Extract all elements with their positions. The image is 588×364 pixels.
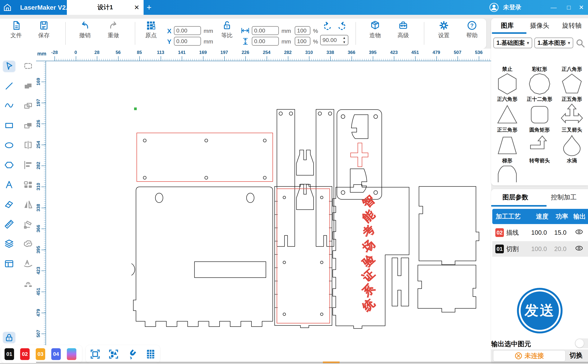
tab-rotary-axis[interactable]: 旋转轴: [556, 21, 588, 30]
connection-status-box[interactable]: 未连接: [493, 350, 566, 362]
polygon-tool[interactable]: [3, 160, 15, 170]
advanced-button[interactable]: 高级: [393, 20, 414, 39]
shape-item-rounded-rect[interactable]: 圆角矩形: [523, 103, 556, 133]
height-percent-input[interactable]: [295, 37, 310, 46]
frame-select-icon[interactable]: [90, 349, 100, 359]
ruler-tool[interactable]: [3, 219, 15, 230]
tab-machine-control[interactable]: 控制加工: [540, 193, 588, 202]
intersect-tool[interactable]: [22, 100, 34, 111]
height-input[interactable]: [252, 37, 279, 46]
cross-panel[interactable]: [337, 110, 382, 199]
layer-row-描线[interactable]: 02描线100.015.0: [492, 225, 588, 240]
eraser-tool[interactable]: [3, 199, 15, 210]
subtract-tool[interactable]: [22, 120, 34, 131]
text-path-tool[interactable]: [22, 258, 34, 269]
right-panel-top[interactable]: [419, 187, 479, 265]
rectangle-tool[interactable]: [3, 120, 15, 131]
color-swatch-03[interactable]: 03: [36, 348, 45, 360]
switch-device-button[interactable]: 切换: [569, 351, 583, 360]
settings-button[interactable]: 设置: [433, 20, 454, 39]
text-tool[interactable]: [3, 179, 15, 190]
grid-icon[interactable]: [145, 349, 156, 359]
arrange-tool[interactable]: [22, 179, 34, 190]
ellipse-tool[interactable]: [3, 140, 15, 151]
slotted-piece[interactable]: [392, 258, 409, 306]
shape-item-shirt-partial[interactable]: [491, 165, 523, 182]
save-button[interactable]: 保存: [33, 20, 54, 39]
line-tool[interactable]: [3, 80, 15, 91]
new-tab-button[interactable]: +: [147, 0, 151, 15]
tab-camera[interactable]: 摄像头: [523, 21, 556, 30]
y-position-input[interactable]: [174, 37, 201, 46]
document-tab[interactable]: 设计1 ✕: [67, 0, 144, 15]
user-area[interactable]: 未登录: [489, 0, 521, 15]
curve-tool[interactable]: [3, 100, 15, 111]
shape-item-triangle[interactable]: 正三角形: [491, 103, 523, 133]
layer-power[interactable]: 15.0: [551, 229, 570, 236]
search-icon[interactable]: [576, 39, 585, 48]
layer-speed[interactable]: 100.0: [527, 229, 551, 236]
undo-button[interactable]: 撤销: [74, 20, 95, 39]
align-tool[interactable]: [22, 160, 34, 170]
maximize-button[interactable]: □: [562, 0, 575, 15]
bracket-piece[interactable]: [296, 150, 314, 210]
mirror-tool[interactable]: [22, 199, 34, 210]
output-selected-toggle[interactable]: [575, 338, 588, 348]
home-button[interactable]: [0, 0, 15, 15]
frame-tool[interactable]: [3, 258, 15, 269]
close-button[interactable]: ✕: [575, 0, 588, 15]
shape-item-dodecagon[interactable]: 正十二角形: [523, 72, 556, 103]
horizontal-scrollbar[interactable]: [36, 362, 588, 363]
divide-tool[interactable]: [22, 140, 34, 151]
color-swatch-01[interactable]: 01: [5, 348, 14, 360]
send-button[interactable]: 发送: [517, 288, 562, 333]
protractor-tool[interactable]: [22, 219, 34, 230]
layer-speed[interactable]: 100.0: [527, 245, 551, 253]
strip-piece[interactable]: [277, 109, 334, 247]
tab-library[interactable]: 图库: [491, 21, 523, 30]
crop-tool[interactable]: [22, 61, 34, 72]
redo-button[interactable]: 重做: [103, 20, 124, 39]
side-panel[interactable]: [275, 184, 332, 328]
layer-row-切割[interactable]: 01切割100.020.0: [492, 241, 588, 257]
magnet-icon[interactable]: [127, 349, 137, 359]
x-position-input[interactable]: [174, 26, 201, 35]
lock-tool[interactable]: [3, 332, 15, 343]
help-button[interactable]: ? 帮助: [462, 20, 482, 39]
rotate-cw-icon[interactable]: [337, 21, 347, 32]
scrollbar-thumb[interactable]: [323, 362, 340, 363]
build-button[interactable]: 造物: [365, 20, 385, 39]
shape-item-three-way-arrow[interactable]: 三叉箭头: [556, 103, 588, 133]
shape-item-trapezoid[interactable]: 梯形: [491, 134, 523, 164]
select-tool[interactable]: [3, 61, 15, 72]
design-drawing[interactable]: [36, 61, 491, 362]
category-primary-dropdown[interactable]: 1.基础图案▾: [493, 38, 532, 48]
shape-item-pentagon[interactable]: 正五角形: [556, 72, 588, 103]
shape-item-drop[interactable]: 水滴: [556, 134, 588, 164]
tab-layer-params[interactable]: 图层参数: [491, 193, 540, 202]
right-panel-bottom[interactable]: [418, 265, 476, 312]
proportional-lock-button[interactable]: 等比: [216, 20, 237, 39]
file-button[interactable]: 文件: [6, 20, 26, 39]
shape-item-turn-arrow[interactable]: 转弯箭头: [523, 134, 556, 164]
tab-close-button[interactable]: ✕: [134, 0, 140, 15]
color-swatch-02[interactable]: 02: [20, 348, 30, 360]
union-tool[interactable]: [22, 80, 34, 91]
engraving-text[interactable]: 智能考场验证系统: [360, 194, 377, 312]
width-input[interactable]: [252, 26, 279, 35]
minimize-button[interactable]: —: [547, 0, 560, 15]
layer-visibility[interactable]: [570, 245, 588, 253]
origin-button[interactable]: 原点: [141, 20, 161, 39]
layers-tool[interactable]: [3, 239, 15, 249]
angle-spinner[interactable]: ▲▼: [343, 36, 346, 45]
shape-item-hexagon[interactable]: 正六角形: [491, 72, 523, 103]
main-panel[interactable]: [133, 187, 273, 327]
weld-tool[interactable]: [22, 239, 34, 249]
color-swatch-04[interactable]: 04: [51, 348, 61, 360]
layer-power[interactable]: 20.0: [551, 245, 570, 253]
rotate-ccw-icon[interactable]: [322, 21, 333, 32]
shape-select-icon[interactable]: [108, 349, 119, 359]
width-percent-input[interactable]: [295, 26, 310, 35]
color-swatch-gradient[interactable]: [67, 348, 76, 360]
layer-visibility[interactable]: [570, 229, 588, 236]
